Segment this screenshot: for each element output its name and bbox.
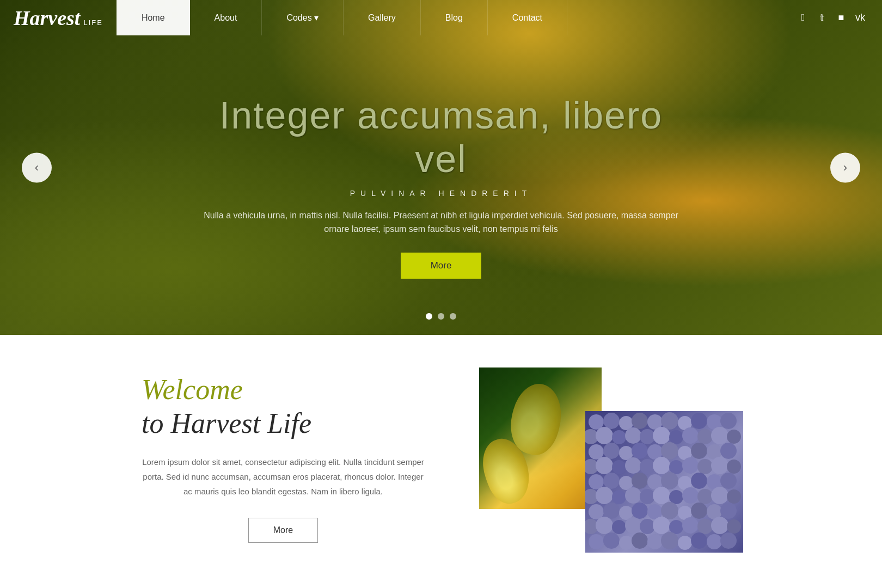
svg-point-30 (720, 443, 737, 459)
svg-point-3 (632, 413, 648, 429)
svg-point-7 (691, 413, 707, 429)
svg-point-5 (661, 412, 678, 430)
nav-item-blog[interactable]: Blog (421, 0, 488, 35)
welcome-title-line1: Welcome (142, 373, 425, 407)
blueberry-image (585, 411, 743, 553)
nav-item-about[interactable]: About (190, 0, 262, 35)
nav-item-gallery[interactable]: Gallery (344, 0, 421, 35)
svg-point-87 (632, 532, 648, 549)
svg-point-61 (711, 487, 728, 504)
twitter-icon[interactable]: 𝕥 (817, 12, 828, 24)
slider-dot-2[interactable] (438, 313, 444, 320)
slider-dots (426, 313, 456, 320)
svg-point-92 (707, 534, 722, 549)
svg-point-62 (727, 489, 741, 504)
svg-point-19 (711, 427, 728, 444)
svg-point-26 (661, 442, 678, 460)
slider-prev-button[interactable]: ‹ (22, 152, 52, 182)
welcome-description: Lorem ipsum dolor sit amet, consectetur … (142, 455, 425, 499)
svg-point-49 (691, 473, 707, 489)
svg-point-38 (682, 457, 699, 474)
svg-point-84 (589, 534, 604, 549)
nav-item-codes[interactable]: Codes ▾ (262, 0, 344, 35)
svg-point-54 (612, 490, 626, 504)
svg-point-88 (647, 534, 663, 549)
nav-item-contact[interactable]: Contact (488, 0, 567, 35)
svg-point-63 (589, 504, 604, 519)
svg-point-89 (661, 532, 678, 549)
svg-point-21 (589, 444, 604, 460)
welcome-text-block: Welcome to Harvest Life Lorem ipsum dolo… (142, 367, 425, 543)
svg-point-11 (596, 427, 613, 444)
svg-point-72 (720, 503, 737, 519)
svg-point-53 (596, 487, 613, 504)
chevron-right-icon: › (843, 161, 847, 175)
lemon-image (479, 367, 602, 509)
svg-point-37 (669, 460, 683, 474)
svg-point-17 (682, 427, 699, 444)
svg-point-16 (669, 430, 683, 444)
svg-point-77 (640, 519, 655, 534)
brand-tagline: LIFE (83, 19, 102, 27)
brand-logo[interactable]: Harvest LIFE (0, 6, 117, 30)
svg-point-76 (625, 517, 641, 534)
svg-point-14 (640, 429, 655, 444)
svg-point-79 (669, 520, 683, 534)
svg-point-58 (669, 490, 683, 504)
rss-icon[interactable]: ■ (836, 12, 847, 23)
slider-description: Nulla a vehicula urna, in mattis nisl. N… (196, 208, 686, 236)
svg-point-60 (697, 489, 713, 504)
nav-item-home[interactable]: Home (117, 0, 190, 35)
svg-point-40 (711, 457, 728, 474)
svg-point-57 (653, 487, 670, 504)
nav-links: Home About Codes ▾ Gallery Blog Contact (117, 0, 567, 35)
svg-point-1 (603, 413, 620, 429)
svg-point-9 (720, 413, 737, 429)
svg-point-56 (640, 489, 655, 504)
svg-point-86 (619, 536, 633, 550)
svg-point-36 (653, 457, 670, 474)
lemon-overlay (479, 367, 602, 509)
svg-point-68 (661, 502, 678, 519)
svg-point-45 (632, 473, 648, 489)
welcome-images (479, 367, 740, 574)
facebook-icon[interactable]:  (798, 12, 808, 23)
svg-point-70 (691, 503, 707, 519)
svg-point-42 (589, 474, 604, 489)
social-icons:  𝕥 ■ vk (798, 12, 882, 24)
slider-dot-3[interactable] (450, 313, 456, 320)
blueberry-svg (585, 411, 743, 553)
svg-point-85 (603, 532, 620, 549)
slider-dot-1[interactable] (426, 313, 432, 320)
svg-point-22 (603, 443, 620, 459)
navbar: Harvest LIFE Home About Codes ▾ Gallery … (0, 0, 882, 35)
welcome-section: Welcome to Harvest Life Lorem ipsum dolo… (0, 335, 882, 588)
svg-point-93 (720, 532, 737, 549)
svg-point-43 (603, 473, 620, 489)
hero-cta-button[interactable]: More (401, 253, 482, 279)
svg-point-34 (625, 457, 641, 474)
vk-icon[interactable]: vk (855, 12, 866, 23)
svg-point-66 (632, 503, 648, 519)
svg-point-20 (727, 430, 741, 444)
slider-next-button[interactable]: › (830, 152, 860, 182)
welcome-title-line2: to Harvest Life (142, 407, 425, 440)
svg-point-83 (727, 519, 741, 534)
svg-point-80 (682, 517, 699, 534)
hero-section: Harvest LIFE Home About Codes ▾ Gallery … (0, 0, 882, 335)
welcome-cta-button[interactable]: More (248, 518, 318, 543)
svg-point-24 (632, 443, 648, 459)
svg-point-0 (589, 414, 604, 430)
brand-name: Harvest (14, 6, 80, 30)
slider-title: Integer accumsan, libero vel (196, 93, 686, 180)
svg-point-74 (596, 517, 613, 534)
svg-point-82 (711, 517, 728, 534)
svg-point-41 (727, 460, 741, 474)
svg-point-51 (720, 473, 737, 489)
slider-content: Integer accumsan, libero vel PULVINAR HE… (196, 93, 686, 278)
svg-point-12 (612, 430, 626, 444)
svg-point-55 (625, 487, 641, 504)
svg-point-59 (682, 487, 699, 504)
svg-point-78 (653, 517, 670, 534)
svg-point-33 (612, 460, 626, 474)
